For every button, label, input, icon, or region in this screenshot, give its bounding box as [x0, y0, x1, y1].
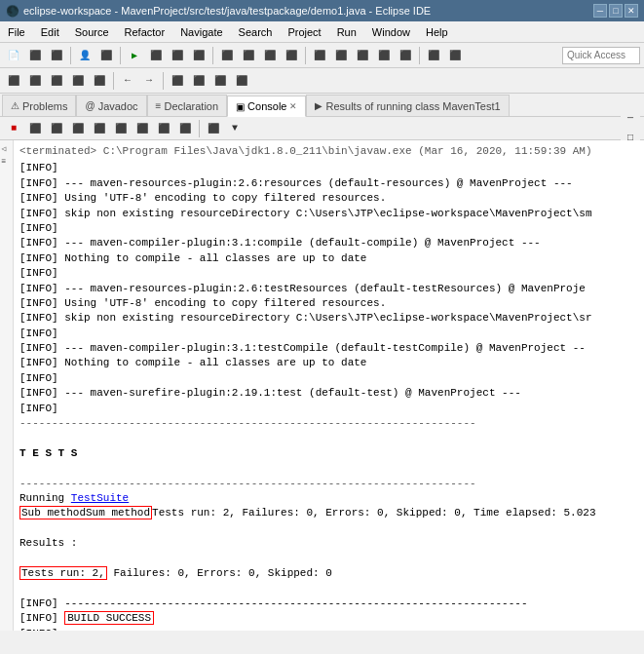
console-tb-btn-1[interactable]: ■ — [4, 119, 23, 138]
left-sidebar: ◁ ≡ — [0, 140, 14, 631]
console-minimize[interactable]: ─ — [621, 109, 640, 129]
tb-btn-18[interactable]: ⬛ — [424, 46, 443, 65]
console-tb-btn-5[interactable]: ⬛ — [90, 119, 109, 138]
console-tb-btn-7[interactable]: ⬛ — [133, 119, 152, 138]
line-7: [INFO] Nothing to compile - all classes … — [19, 251, 638, 266]
minimize-button[interactable]: ─ — [593, 4, 607, 18]
tb2-btn-3[interactable]: ⬛ — [47, 71, 66, 91]
tb-sep-5 — [419, 47, 420, 64]
tb-btn-9[interactable]: ⬛ — [217, 46, 237, 65]
tb-btn-4[interactable]: 👤 — [75, 46, 95, 65]
line-empty3 — [19, 521, 638, 536]
tb2-btn-8[interactable]: ⬛ — [168, 71, 187, 91]
tb-btn-14[interactable]: ⬛ — [331, 46, 351, 65]
title-bar: 🌑 eclipse-workspace - MavenProject/src/t… — [0, 0, 644, 21]
tb-btn-11[interactable]: ⬛ — [260, 46, 280, 65]
tb2-sep-2 — [163, 72, 164, 90]
tab-declaration-label: Declaration — [164, 100, 218, 112]
tb-btn-12[interactable]: ⬛ — [282, 46, 301, 65]
testsrun-highlight: Tests run: 2, — [19, 566, 107, 580]
tb2-back[interactable]: ← — [118, 71, 137, 91]
tb-btn-17[interactable]: ⬛ — [396, 46, 415, 65]
sidebar-icon-2[interactable]: ≡ — [2, 157, 12, 167]
console-toolbar: ■ ⬛ ⬛ ⬛ ⬛ ⬛ ⬛ ⬛ ⬛ ⬛ ▼ ─ □ — [0, 117, 644, 140]
menu-project[interactable]: Project — [284, 24, 324, 40]
line-17: [INFO] — [19, 402, 638, 416]
tb-btn-13[interactable]: ⬛ — [310, 46, 329, 65]
menu-window[interactable]: Window — [368, 24, 414, 40]
eclipse-app-icon: 🌑 — [6, 5, 19, 18]
console-tb-btn-2[interactable]: ⬛ — [25, 119, 45, 138]
title-bar-controls[interactable]: ─ □ ✕ — [593, 4, 638, 18]
maximize-button[interactable]: □ — [609, 4, 623, 18]
menu-navigate[interactable]: Navigate — [176, 24, 226, 40]
tb2-btn-11[interactable]: ⬛ — [232, 71, 251, 91]
tab-javadoc[interactable]: @ Javadoc — [76, 95, 146, 116]
tb2-btn-2[interactable]: ⬛ — [25, 71, 45, 91]
line-empty5 — [19, 581, 638, 596]
new-button[interactable]: 📄 — [4, 46, 23, 65]
tb-btn-15[interactable]: ⬛ — [353, 46, 372, 65]
console-tb-btn-8[interactable]: ⬛ — [154, 119, 173, 138]
tb2-btn-5[interactable]: ⬛ — [90, 71, 109, 91]
tb2-btn-1[interactable]: ⬛ — [4, 71, 23, 91]
tb2-forward[interactable]: → — [139, 71, 159, 91]
menu-file[interactable]: File — [4, 24, 29, 40]
line-10: [INFO] Using 'UTF-8' encoding to copy fi… — [19, 296, 638, 311]
line-2: [INFO] --- maven-resources-plugin:2.6:re… — [19, 176, 638, 191]
console-tb-btn-10[interactable]: ⬛ — [204, 119, 223, 138]
line-sep4: [INFO] ---------------------------------… — [19, 627, 638, 632]
main-layout: ◁ ≡ <terminated> C:\Program Files\Java\j… — [0, 140, 644, 631]
menu-edit[interactable]: Edit — [37, 24, 63, 40]
tb-sep-1 — [70, 47, 71, 64]
tb-sep-2 — [120, 47, 121, 64]
sidebar-icon-1[interactable]: ◁ — [2, 144, 12, 154]
tb2-sep-1 — [113, 72, 114, 90]
line-sep2: ----------------------------------------… — [19, 477, 638, 491]
menu-source[interactable]: Source — [71, 24, 113, 40]
declaration-icon: ≡ — [156, 100, 162, 111]
line-tests: T E S T S — [19, 446, 638, 461]
tb-btn-7[interactable]: ⬛ — [168, 46, 187, 65]
title-bar-text: eclipse-workspace - MavenProject/src/tes… — [23, 5, 431, 17]
line-empty2 — [19, 461, 638, 476]
toolbar-row1: 📄 ⬛ ⬛ 👤 ⬛ ▶ ⬛ ⬛ ⬛ ⬛ ⬛ ⬛ ⬛ ⬛ ⬛ ⬛ ⬛ ⬛ ⬛ ⬛ — [0, 43, 644, 68]
line-empty4 — [19, 552, 638, 566]
tb-btn-8[interactable]: ⬛ — [189, 46, 208, 65]
tb-btn-19[interactable]: ⬛ — [445, 46, 465, 65]
line-11: [INFO] skip non existing resourceDirecto… — [19, 311, 638, 326]
tb2-btn-4[interactable]: ⬛ — [68, 71, 88, 91]
tab-console[interactable]: ▣ Console ✕ — [227, 96, 306, 117]
tab-results[interactable]: ▶ Results of running class MavenTest1 — [306, 95, 509, 116]
tab-declaration[interactable]: ≡ Declaration — [147, 95, 227, 116]
tb-btn-16[interactable]: ⬛ — [374, 46, 394, 65]
tb-sep-4 — [305, 47, 306, 64]
tab-problems[interactable]: ⚠ Problems — [2, 95, 76, 116]
menu-bar: File Edit Source Refactor Navigate Searc… — [0, 21, 644, 43]
quick-access-input[interactable] — [562, 47, 640, 64]
line-14: [INFO] Nothing to compile - all classes … — [19, 356, 638, 370]
tb-btn-run[interactable]: ▶ — [125, 46, 144, 65]
console-tb-btn-9[interactable]: ⬛ — [175, 119, 195, 138]
tb-btn-6[interactable]: ⬛ — [146, 46, 166, 65]
tb-btn-2[interactable]: ⬛ — [25, 46, 45, 65]
console-tb-btn-4[interactable]: ⬛ — [68, 119, 88, 138]
tb2-btn-9[interactable]: ⬛ — [189, 71, 208, 91]
menu-run[interactable]: Run — [333, 24, 360, 40]
menu-search[interactable]: Search — [235, 24, 277, 40]
line-build: [INFO] BUILD SUCCESS — [19, 611, 638, 626]
tb-btn-3[interactable]: ⬛ — [47, 46, 66, 65]
console-tb-btn-6[interactable]: ⬛ — [111, 119, 131, 138]
menu-help[interactable]: Help — [422, 24, 452, 40]
close-button[interactable]: ✕ — [625, 4, 638, 18]
console-tb-btn-3[interactable]: ⬛ — [47, 119, 66, 138]
console-tab-close[interactable]: ✕ — [289, 101, 297, 111]
tb-btn-10[interactable]: ⬛ — [239, 46, 258, 65]
toolbar-row2: ⬛ ⬛ ⬛ ⬛ ⬛ ← → ⬛ ⬛ ⬛ ⬛ — [0, 68, 644, 94]
console-output[interactable]: <terminated> C:\Program Files\Java\jdk1.… — [14, 140, 644, 631]
tb-btn-5[interactable]: ⬛ — [96, 46, 116, 65]
testsuite-link[interactable]: TestSuite — [71, 492, 129, 504]
console-tb-btn-11[interactable]: ▼ — [225, 119, 245, 138]
menu-refactor[interactable]: Refactor — [121, 24, 170, 40]
tb2-btn-10[interactable]: ⬛ — [210, 71, 230, 91]
